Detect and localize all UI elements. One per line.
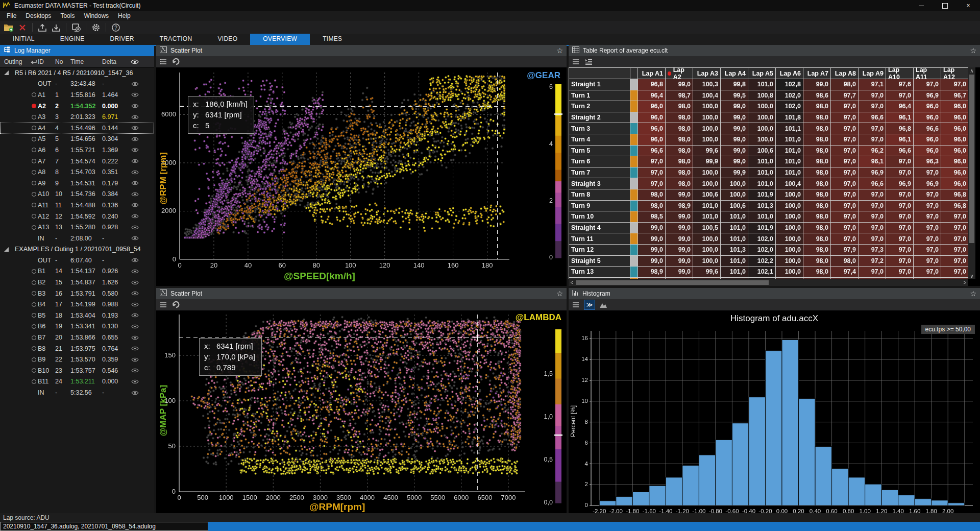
- scrollbar-thumb[interactable]: [969, 75, 974, 243]
- eye-icon[interactable]: [131, 158, 139, 164]
- settings-button[interactable]: [90, 22, 102, 33]
- loaded-files-box[interactable]: 20210910_1547_36.adulog, 20210701_0958_5…: [0, 522, 208, 531]
- menu-help[interactable]: Help: [113, 11, 135, 21]
- add-desktop-button[interactable]: [70, 22, 82, 33]
- menu-hamburger-icon[interactable]: [159, 57, 168, 66]
- reference-lap-marker[interactable]: [32, 104, 36, 108]
- lap-row-A9[interactable]: A991:54.5310.179: [0, 178, 154, 189]
- lap-row-B4[interactable]: B4171:54.1990.988: [0, 299, 154, 310]
- scroll-left-icon[interactable]: <: [569, 279, 575, 286]
- table-column-header[interactable]: Lap A10: [886, 68, 913, 79]
- lap-row-A8[interactable]: A881:54.7030.351: [0, 166, 154, 178]
- lap-row-A1[interactable]: A111:55.8161.464: [0, 89, 154, 101]
- lap-row-A10[interactable]: A10101:54.7360.384: [0, 189, 154, 200]
- eye-icon[interactable]: [131, 136, 139, 142]
- lap-radio[interactable]: [32, 170, 36, 175]
- table-horizontal-scrollbar[interactable]: < >: [569, 279, 968, 286]
- menu-tools[interactable]: Tools: [56, 11, 79, 21]
- lap-radio[interactable]: [32, 368, 36, 373]
- maximize-button[interactable]: [933, 0, 957, 11]
- tab-traction[interactable]: TRACTION: [147, 34, 205, 45]
- column-delta[interactable]: Delta: [102, 58, 127, 65]
- log-manager-header[interactable]: Log Manager: [0, 45, 154, 56]
- lap-radio[interactable]: [32, 148, 36, 152]
- eye-icon[interactable]: [131, 335, 139, 341]
- lap-radio[interactable]: [32, 324, 36, 329]
- tab-driver[interactable]: DRIVER: [97, 34, 147, 45]
- eye-icon[interactable]: [131, 390, 139, 396]
- lap-row-B9[interactable]: B9221:53.5700.359: [0, 354, 154, 365]
- table-column-header[interactable]: Lap A6: [776, 68, 803, 79]
- eye-icon[interactable]: [131, 379, 139, 384]
- scroll-down-icon[interactable]: ∨: [968, 273, 975, 279]
- scroll-up-icon[interactable]: ∧: [968, 67, 975, 74]
- lap-row-IN[interactable]: IN-2:08.00-: [0, 233, 154, 244]
- close-log-button[interactable]: [16, 22, 29, 33]
- lap-row-B3[interactable]: B3161:53.7910.580: [0, 288, 154, 299]
- eye-icon[interactable]: [131, 202, 139, 208]
- lap-row-A2[interactable]: A221:54.3520.000: [0, 101, 154, 112]
- lap-radio[interactable]: [32, 313, 36, 318]
- histogram-canvas[interactable]: [569, 310, 980, 513]
- lap-radio[interactable]: [32, 115, 36, 119]
- lap-radio[interactable]: [32, 214, 36, 219]
- eye-icon[interactable]: [131, 225, 139, 230]
- eye-icon[interactable]: [131, 235, 139, 241]
- scatter1-header[interactable]: Scatter Plot ☆: [156, 45, 567, 56]
- lap-row-OUT[interactable]: OUT-32:43.48-: [0, 79, 154, 90]
- lap-row-A4[interactable]: A441:54.4960.144: [0, 123, 154, 134]
- minimize-button[interactable]: [910, 0, 933, 11]
- menu-hamburger-icon[interactable]: [159, 300, 168, 309]
- scatter2-header[interactable]: Scatter Plot ☆: [156, 288, 567, 299]
- tab-initial[interactable]: INITIAL: [0, 34, 47, 45]
- outing-group-row[interactable]: EXAMPLES / Outing 1 / 20210701_0958_54: [0, 244, 154, 255]
- menu-windows[interactable]: Windows: [79, 11, 113, 21]
- column-id[interactable]: ID: [38, 58, 55, 65]
- table-column-header[interactable]: Lap A4: [721, 68, 748, 79]
- eye-icon[interactable]: [131, 147, 139, 153]
- table-column-header[interactable]: Lap A9: [859, 68, 886, 79]
- eye-icon[interactable]: [131, 324, 139, 329]
- scrollbar-thumb[interactable]: [576, 280, 769, 285]
- lap-radio[interactable]: [32, 269, 36, 274]
- lap-radio[interactable]: [32, 346, 36, 351]
- lap-row-B10[interactable]: B10231:53.7570.546: [0, 365, 154, 376]
- undo-zoom-icon[interactable]: [172, 57, 181, 66]
- tab-times[interactable]: TIMES: [310, 34, 355, 45]
- menu-file[interactable]: File: [2, 11, 21, 21]
- lap-row-A3[interactable]: A332:01.3236.971: [0, 111, 154, 123]
- lap-radio[interactable]: [32, 92, 36, 97]
- lap-row-B5[interactable]: B5181:53.4040.193: [0, 310, 154, 321]
- table-column-header[interactable]: Lap A1: [638, 68, 665, 79]
- lap-row-A12[interactable]: A12121:54.5920.240: [0, 211, 154, 222]
- range-mode-button[interactable]: ≫: [584, 300, 595, 310]
- table-report-header[interactable]: Table Report of average ecu.clt ☆: [569, 45, 980, 56]
- lap-radio[interactable]: [32, 137, 36, 141]
- eye-icon[interactable]: [131, 180, 139, 186]
- eye-icon[interactable]: [131, 59, 139, 65]
- eye-icon[interactable]: [131, 125, 139, 131]
- undo-zoom-icon[interactable]: [172, 300, 181, 309]
- distribution-mode-icon[interactable]: [599, 300, 608, 309]
- eye-icon[interactable]: [131, 213, 139, 219]
- eye-icon[interactable]: [131, 346, 139, 351]
- table-column-header[interactable]: Lap A8: [831, 68, 858, 79]
- eye-icon[interactable]: [131, 114, 139, 120]
- lap-row-IN[interactable]: IN-5:32.56-: [0, 387, 154, 398]
- collapse-triangle-icon[interactable]: [4, 70, 9, 75]
- column-outing[interactable]: Outing: [4, 58, 30, 65]
- lap-radio[interactable]: [32, 379, 36, 384]
- eye-icon[interactable]: [131, 302, 139, 307]
- eye-icon[interactable]: [131, 357, 139, 363]
- lap-row-A6[interactable]: A661:55.7211.369: [0, 144, 154, 156]
- eye-icon[interactable]: [131, 92, 139, 98]
- lap-radio[interactable]: [32, 159, 36, 163]
- lap-row-B7[interactable]: B7201:53.8660.655: [0, 332, 154, 343]
- table-column-header[interactable]: Lap A7: [803, 68, 830, 79]
- lap-row-A5[interactable]: A551:54.6560.304: [0, 134, 154, 145]
- lap-radio[interactable]: [32, 302, 36, 307]
- lap-radio[interactable]: [32, 280, 36, 285]
- favorite-star-icon[interactable]: ☆: [970, 290, 976, 297]
- table-column-header[interactable]: Lap A11: [914, 68, 941, 79]
- eye-icon[interactable]: [131, 191, 139, 197]
